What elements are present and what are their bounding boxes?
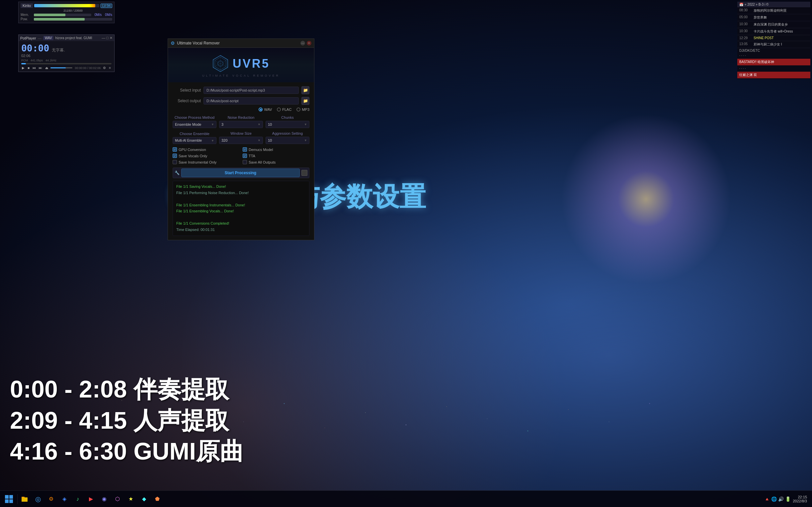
demucs-model-checkbox[interactable]: Demucs Model [243,147,309,152]
start-button[interactable] [2,492,16,506]
input-path: D:/Music/post-script/Post-script.mp3 [204,87,299,94]
maximize-icon[interactable]: □ [106,36,109,40]
save-all-outputs-checkbox[interactable]: Save All Outputs [243,160,309,164]
demucs-model-check[interactable] [243,147,247,152]
taskbar-icon-1[interactable]: ⚙ [45,493,57,505]
close-icon[interactable]: ✕ [110,36,113,40]
taskbar-explorer-icon[interactable] [18,493,31,505]
taskbar-separator [17,494,17,504]
taskbar-icon-6[interactable]: ⬡ [112,493,123,505]
clock-date: 2022/8/3 [793,499,807,503]
window-size-select[interactable]: 320 ▼ [219,137,263,144]
volume-bar[interactable] [50,67,72,68]
window-size-label: Window Size [219,131,263,135]
windows-logo-icon [4,494,14,504]
save-vocals-label: Save Vocals Only [179,154,207,158]
pow-row: Pow. [20,17,112,21]
uvr-minimize-button[interactable]: — [301,41,305,46]
save-instrumental-check[interactable] [173,160,177,164]
save-instrumental-checkbox[interactable]: Save Instrumental Only [173,160,239,164]
pow-bar [34,18,112,20]
input-row: Select input D:/Music/post-script/Post-s… [173,86,309,94]
eject-button[interactable]: ⏏ [45,66,49,70]
mp3-radio[interactable] [296,108,301,111]
potplayer-titlebar: PotPlayer — WAV hizora project feat. GUM… [18,35,114,41]
wav-radio[interactable] [259,108,263,111]
ensemble-select[interactable]: Multi-AI Ensemble ▼ [173,137,216,144]
stop-button[interactable] [302,170,308,176]
save-vocals-check[interactable] [173,154,177,158]
svg-rect-6 [5,495,9,499]
tta-checkbox[interactable]: TTA [243,154,309,158]
name-bar: Kirito LV:94 [20,3,112,8]
uvr-close-button[interactable]: ✕ [307,41,311,46]
svg-rect-7 [9,495,13,499]
uvr-body: Select input D:/Music/post-script/Post-s… [168,82,314,240]
calendar-icon: 📅 [739,3,743,6]
demucs-model-label: Demucs Model [249,148,273,152]
prev-button[interactable]: ⏮ [32,66,37,70]
log-line-1: File 1/1 Performing Noise Reduction... D… [176,190,306,196]
system-clock[interactable]: 22:15 2022/8/3 [793,495,807,503]
format-mp3[interactable]: MP3 [296,108,309,111]
playlist-icon[interactable]: ≡ [108,66,112,70]
tray-icon-battery[interactable]: 🔋 [785,496,791,502]
chunks-select[interactable]: 10 ▼ [266,121,309,128]
aggression-select[interactable]: 10 ▼ [266,137,309,144]
taskbar-icon-3[interactable]: ♪ [72,493,84,505]
schedule-item-3: 10:30 卡片战斗先导者 will+Dress [737,28,810,35]
format-flac[interactable]: FLAC [277,108,291,111]
flac-label: FLAC [282,108,291,111]
tray-icon-network[interactable]: 🌐 [771,496,777,502]
stop-button[interactable]: ■ [27,66,30,70]
save-all-outputs-label: Save All Outputs [249,160,276,164]
uvr-logo-subtitle: ULTIMATE VOCAL REMOVER [171,74,311,77]
log-line-5 [176,215,306,220]
taskbar-icon-9[interactable]: ⬟ [151,493,163,505]
gpu-conversion-check[interactable] [173,147,177,152]
save-all-outputs-check[interactable] [243,160,247,164]
settings-icon[interactable]: ⚙ [102,66,107,70]
log-line-4: File 1/1 Ensembling Vocals... Done! [176,208,306,214]
process-method-select[interactable]: Ensemble Mode ▼ [173,121,216,128]
play-button[interactable]: ▶ [21,66,25,70]
red-item-2: 狂赌之渊 双 [737,72,810,78]
mem-bar-fill [34,14,65,16]
taskbar-icon-7[interactable]: ★ [125,493,137,505]
output-row: Select output D:/Music/post-script 📁 [173,97,309,105]
format-row: WAV FLAC MP3 [173,108,309,111]
tray-icon-1[interactable]: 🔺 [764,496,770,502]
format-wav[interactable]: WAV [259,108,272,111]
dots-row-2: · · · · [737,53,810,58]
progress-bar[interactable] [21,63,112,64]
output-folder-button[interactable]: 📁 [302,97,309,105]
lens-flare [546,100,746,299]
taskbar-icon-4[interactable]: ▶ [85,493,97,505]
save-vocals-checkbox[interactable]: Save Vocals Only [173,154,239,158]
player-name: Kirito [20,3,33,8]
noise-reduction-select[interactable]: 3 ▼ [219,121,263,128]
start-processing-button[interactable]: Start Processing [181,169,300,177]
next-button[interactable]: ⏭ [38,66,43,70]
minimize-icon[interactable]: — [102,36,105,40]
tta-check[interactable] [243,154,247,158]
gpu-conversion-checkbox[interactable]: GPU Conversion [173,147,239,152]
chunks-label: Chunks [266,115,309,119]
current-time: 00:00 [21,43,49,54]
taskbar-browser-icon[interactable]: ◎ [32,493,44,505]
uvr-logo-text: UVR5 [233,57,270,70]
taskbar-icons: ◎ ⚙ ◈ ♪ ▶ ◉ ⬡ ★ ◆ ⬟ [18,493,764,505]
input-folder-button[interactable]: 📁 [302,86,309,94]
schedule-item-2: 10:30 来自深渊 烈日的黄金乡 [737,21,810,28]
uvr-window: ⚙ Ultimate Vocal Remover — ✕ UVR5 ULTIMA… [168,39,314,240]
potplayer-format-tab[interactable]: WAV [43,36,54,40]
flac-radio[interactable] [277,108,281,111]
taskbar-icon-2[interactable]: ◈ [58,493,70,505]
taskbar-icon-5[interactable]: ◉ [98,493,110,505]
subtitle-line-2: 2:09 - 4:15 人声提取 [10,405,243,436]
svg-rect-11 [21,497,24,498]
uvr-app-icon: ⚙ [171,41,175,46]
taskbar-icon-8[interactable]: ◆ [138,493,150,505]
tray-icon-sound[interactable]: 🔊 [778,496,784,502]
mem-label: Mem. [20,13,32,16]
